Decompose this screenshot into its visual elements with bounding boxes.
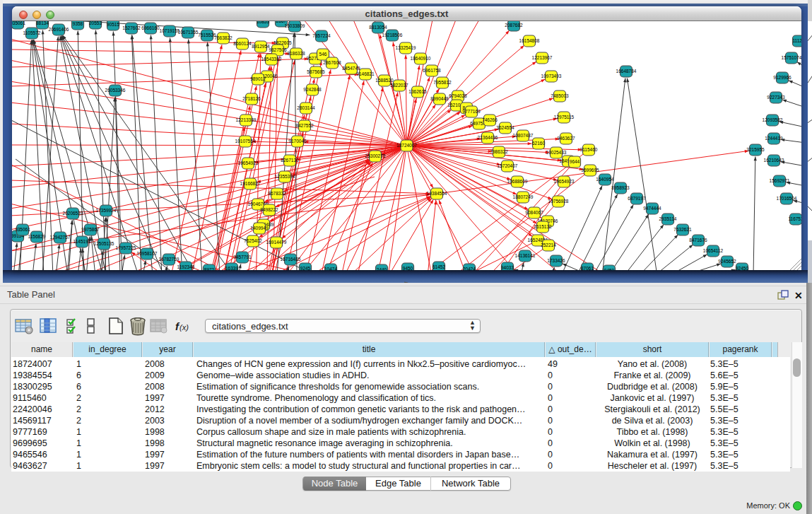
svg-text:2803144: 2803144: [297, 105, 315, 110]
svg-text:9450: 9450: [604, 268, 615, 270]
svg-text:9474444: 9474444: [643, 206, 661, 211]
svg-text:5875685: 5875685: [307, 69, 325, 74]
svg-text:9777169: 9777169: [462, 109, 481, 114]
svg-text:21364436: 21364436: [478, 135, 498, 140]
svg-text:8912954: 8912954: [252, 44, 270, 49]
svg-text:8471676: 8471676: [689, 238, 707, 243]
svg-text:8267130: 8267130: [281, 158, 299, 163]
svg-text:1156829: 1156829: [28, 234, 46, 239]
svg-text:2718126: 2718126: [242, 96, 261, 101]
svg-text:10853: 10853: [257, 21, 269, 24]
svg-text:989012: 989012: [250, 76, 266, 81]
svg-text:9450: 9450: [403, 266, 413, 270]
svg-text:88134: 88134: [36, 21, 49, 25]
svg-text:7955812: 7955812: [433, 80, 452, 85]
svg-text:1615132: 1615132: [534, 224, 552, 229]
svg-text:94033: 94033: [501, 265, 514, 270]
svg-text:8990448: 8990448: [430, 96, 449, 101]
svg-text:1244419: 1244419: [765, 136, 783, 141]
svg-text:7485003: 7485003: [551, 93, 569, 98]
svg-text:26053346: 26053346: [105, 88, 126, 93]
svg-text:9245652: 9245652: [718, 259, 736, 264]
svg-text:8660124: 8660124: [233, 41, 252, 46]
svg-text:9358: 9358: [73, 21, 83, 26]
svg-text:8454749: 8454749: [342, 66, 360, 71]
svg-text:9084067: 9084067: [525, 210, 543, 215]
svg-text:12355394: 12355394: [275, 174, 295, 179]
svg-text:12975115: 12975115: [554, 115, 575, 119]
svg-text:10671355: 10671355: [178, 30, 199, 35]
svg-text:10688609: 10688609: [507, 179, 528, 184]
svg-text:15720407: 15720407: [498, 163, 518, 168]
svg-text:7632621: 7632621: [673, 227, 692, 232]
svg-text:16154808: 16154808: [519, 38, 540, 43]
svg-text:5822037: 5822037: [390, 83, 408, 88]
svg-text:1362615: 1362615: [408, 89, 427, 94]
svg-text:1145194: 1145194: [73, 239, 91, 244]
svg-text:19218506: 19218506: [382, 33, 403, 37]
svg-text:9457791: 9457791: [233, 255, 252, 259]
svg-text:7515526: 7515526: [198, 33, 216, 37]
svg-text:12213967: 12213967: [532, 55, 553, 60]
svg-text:252214: 252214: [541, 243, 556, 247]
svg-text:11124: 11124: [792, 38, 801, 43]
svg-text:90515: 90515: [107, 22, 119, 27]
svg-text:3624554: 3624554: [496, 125, 514, 130]
svg-text:16782759: 16782759: [159, 257, 180, 262]
svg-text:9827506: 9827506: [269, 47, 287, 52]
svg-text:935061: 935061: [15, 227, 30, 232]
svg-text:8972: 8972: [204, 267, 215, 270]
svg-text:20691406: 20691406: [49, 27, 69, 32]
svg-text:9115460: 9115460: [580, 147, 598, 152]
svg-text:92450: 92450: [736, 266, 748, 270]
svg-text:17359924: 17359924: [96, 208, 117, 213]
svg-text:1527602: 1527602: [122, 25, 141, 30]
svg-text:7663822: 7663822: [214, 35, 233, 40]
svg-text:1733426: 1733426: [547, 258, 565, 263]
svg-text:20424: 20424: [463, 267, 476, 270]
svg-text:25300275: 25300275: [365, 153, 386, 158]
svg-text:6794028: 6794028: [449, 93, 467, 98]
svg-text:2935114: 2935114: [659, 216, 677, 221]
svg-text:20553: 20553: [89, 21, 102, 25]
svg-text:7857224: 7857224: [312, 33, 331, 38]
svg-text:10654112: 10654112: [703, 248, 724, 253]
svg-text:19166827: 19166827: [240, 181, 261, 186]
svg-text:61452: 61452: [433, 264, 445, 269]
svg-text:18724007: 18724007: [396, 143, 417, 148]
svg-text:16543382: 16543382: [261, 57, 282, 62]
svg-text:12213389: 12213389: [236, 117, 257, 122]
svg-text:9242848: 9242848: [303, 87, 322, 92]
svg-text:16033809: 16033809: [285, 23, 305, 28]
svg-text:19384554: 19384554: [427, 191, 447, 196]
svg-text:746266: 746266: [482, 117, 498, 122]
svg-text:6961758: 6961758: [423, 68, 441, 73]
svg-text:9699695: 9699695: [581, 168, 599, 173]
svg-text:8958923: 8958923: [611, 185, 630, 190]
svg-text:9975867: 9975867: [81, 227, 100, 232]
svg-text:8813054: 8813054: [369, 25, 387, 30]
svg-text:18807249: 18807249: [513, 194, 534, 199]
svg-text:(x): (x): [180, 323, 189, 332]
svg-text:16914479: 16914479: [266, 240, 287, 245]
svg-text:12505135: 12505135: [94, 241, 114, 246]
svg-text:6879197: 6879197: [628, 196, 646, 201]
svg-text:9245: 9245: [300, 266, 311, 270]
svg-text:13325419: 13325419: [396, 45, 416, 50]
svg-text:19654923: 19654923: [554, 179, 575, 184]
svg-text:16210643: 16210643: [764, 158, 784, 163]
svg-text:17957225: 17957225: [116, 245, 136, 250]
svg-text:10756928: 10756928: [548, 199, 569, 204]
svg-text:10025433: 10025433: [546, 150, 567, 155]
svg-text:2867608: 2867608: [323, 60, 341, 65]
svg-text:10958107: 10958107: [137, 251, 158, 256]
svg-text:2087682: 2087682: [505, 23, 523, 28]
svg-text:87061: 87061: [581, 266, 594, 270]
svg-text:9644: 9644: [570, 159, 580, 164]
svg-text:9463627: 9463627: [557, 136, 575, 141]
svg-text:10107554: 10107554: [235, 139, 256, 144]
svg-text:1192346: 1192346: [177, 264, 195, 269]
svg-text:3215955: 3215955: [746, 147, 765, 152]
svg-text:9170046: 9170046: [288, 139, 307, 144]
svg-text:10973493: 10973493: [541, 74, 562, 78]
